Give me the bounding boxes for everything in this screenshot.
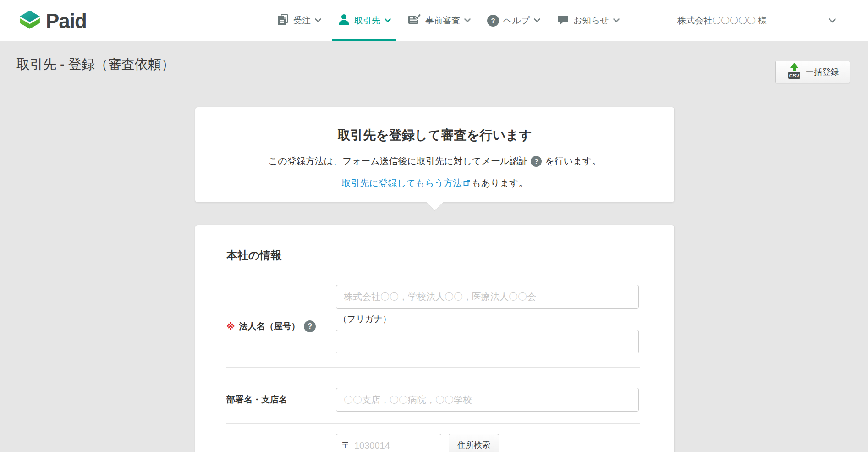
intro-description: この登録方法は、フォーム送信後に取引先に対してメール認証 ? を行います。 (195, 155, 674, 167)
csv-icon-label: CSV (789, 72, 800, 78)
help-glyph: ? (308, 322, 313, 331)
screen: Paid 受注 (0, 0, 868, 452)
account-name: 株式会社〇〇〇〇〇 様 (677, 15, 767, 27)
postal-code-field[interactable]: 〒 (336, 434, 441, 452)
nav-item-help[interactable]: ? ヘルプ (482, 0, 546, 41)
header: Paid 受注 (0, 0, 868, 41)
corporate-name-furigana-input[interactable] (336, 330, 639, 353)
page-title: 取引先 - 登録（審査依頼） (16, 55, 175, 74)
corporate-name-label-text: 法人名（屋号） (239, 320, 300, 332)
partner-register-link[interactable]: 取引先に登録してもらう方法 (341, 177, 462, 189)
chevron-down-icon (829, 18, 836, 23)
chevron-down-icon (315, 18, 321, 22)
nav-item-orders[interactable]: 受注 (271, 0, 327, 41)
nav-item-prescreening[interactable]: 事前審査 (402, 0, 476, 41)
account-selector[interactable]: 株式会社〇〇〇〇〇 様 (665, 0, 851, 41)
address-search-button[interactable]: 住所検索 (449, 434, 499, 452)
chevron-down-icon (613, 18, 620, 22)
furigana-label: （フリガナ） (338, 313, 391, 325)
form-divider (226, 423, 640, 424)
chevron-down-icon (385, 18, 391, 22)
intro-alt-method: 取引先に登録してもらう方法 もあります。 (195, 177, 674, 189)
nav-item-partners[interactable]: 取引先 (332, 0, 396, 41)
department-label-text: 部署名・支店名 (226, 394, 287, 406)
help-icon: ? (487, 15, 499, 27)
nav-label-partners: 取引先 (354, 16, 380, 25)
mail-auth-help-icon[interactable]: ? (531, 156, 542, 167)
section-title-hq: 本社の情報 (226, 248, 282, 263)
corporate-name-input[interactable] (336, 285, 639, 309)
department-input[interactable] (336, 388, 639, 412)
help-glyph: ? (534, 157, 538, 165)
form-divider (226, 367, 640, 368)
corporate-name-help-icon[interactable]: ? (304, 320, 316, 332)
nav-label-news: お知らせ (573, 16, 609, 25)
bulk-register-button[interactable]: CSV 一括登録 (775, 61, 850, 83)
postal-code-input[interactable] (354, 441, 435, 451)
person-icon (338, 13, 350, 28)
brand-logo[interactable]: Paid (18, 10, 87, 34)
card-pointer-notch (426, 194, 443, 211)
corporate-name-label: ※ 法人名（屋号） ? (226, 320, 316, 332)
intro-line1-tail: を行います。 (545, 155, 601, 167)
postal-mark: 〒 (342, 440, 351, 452)
intro-line1-text: この登録方法は、フォーム送信後に取引先に対してメール認証 (269, 155, 528, 167)
chevron-down-icon (534, 18, 540, 22)
department-label: 部署名・支店名 (226, 394, 287, 406)
main-nav: 受注 取引先 (271, 0, 625, 41)
active-tab-indicator (332, 39, 396, 41)
intro-title: 取引先を登録して審査を行います (195, 127, 674, 144)
nav-label-help: ヘルプ (503, 16, 530, 25)
review-icon (407, 13, 421, 28)
brand-name: Paid (46, 11, 87, 33)
document-icon (277, 13, 289, 28)
external-link-icon (463, 178, 470, 188)
address-search-label: 住所検索 (457, 440, 490, 451)
registration-form-card: 本社の情報 ※ 法人名（屋号） ? （フリガナ） 部署名・支店名 〒 住所検索 (195, 225, 675, 452)
bulk-register-label: 一括登録 (806, 66, 839, 77)
announce-icon (557, 13, 569, 28)
required-mark: ※ (226, 321, 235, 332)
paid-logo-icon (18, 10, 41, 34)
chevron-down-icon (464, 18, 471, 22)
help-glyph: ? (491, 17, 495, 24)
nav-item-news[interactable]: お知らせ (551, 0, 625, 41)
csv-upload-icon: CSV (787, 63, 802, 82)
nav-label-orders: 受注 (293, 16, 311, 25)
intro-line2-tail: もあります。 (472, 177, 527, 189)
nav-label-prescreening: 事前審査 (425, 16, 460, 25)
intro-card: 取引先を登録して審査を行います この登録方法は、フォーム送信後に取引先に対してメ… (195, 107, 675, 203)
